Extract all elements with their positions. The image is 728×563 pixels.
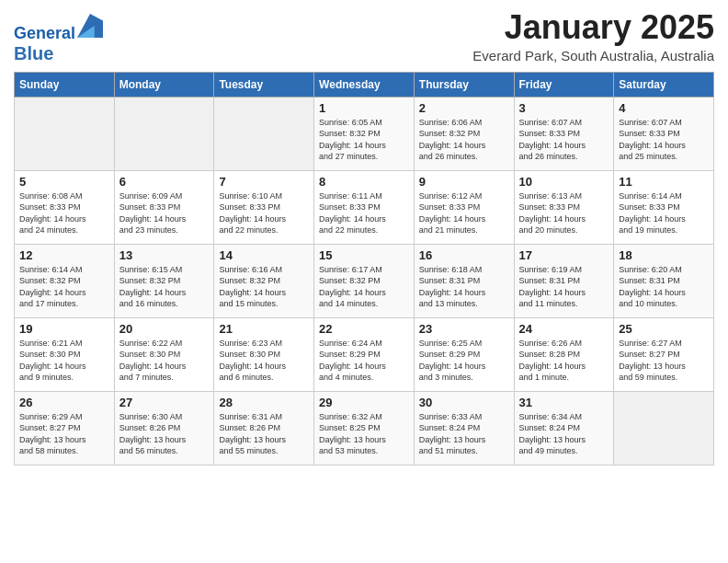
day-number: 18 (619, 248, 709, 262)
day-cell: 17Sunrise: 6:19 AM Sunset: 8:31 PM Dayli… (514, 244, 614, 317)
day-cell: 12Sunrise: 6:14 AM Sunset: 8:32 PM Dayli… (15, 244, 115, 317)
day-cell: 25Sunrise: 6:27 AM Sunset: 8:27 PM Dayli… (614, 317, 714, 391)
page-header: General Blue January 2025 Everard Park, … (14, 9, 714, 64)
week-row-1: 1Sunrise: 6:05 AM Sunset: 8:32 PM Daylig… (15, 97, 714, 170)
day-info: Sunrise: 6:10 AM Sunset: 8:33 PM Dayligh… (219, 190, 309, 236)
week-row-2: 5Sunrise: 6:08 AM Sunset: 8:33 PM Daylig… (15, 170, 714, 244)
day-cell: 5Sunrise: 6:08 AM Sunset: 8:33 PM Daylig… (15, 170, 115, 244)
header-saturday: Saturday (614, 72, 714, 97)
day-cell: 10Sunrise: 6:13 AM Sunset: 8:33 PM Dayli… (514, 170, 614, 244)
day-info: Sunrise: 6:34 AM Sunset: 8:24 PM Dayligh… (519, 411, 609, 457)
logo-icon (77, 13, 103, 39)
day-cell: 16Sunrise: 6:18 AM Sunset: 8:31 PM Dayli… (414, 244, 514, 317)
day-cell: 6Sunrise: 6:09 AM Sunset: 8:33 PM Daylig… (114, 170, 214, 244)
day-number: 16 (419, 248, 509, 262)
day-cell: 4Sunrise: 6:07 AM Sunset: 8:33 PM Daylig… (614, 97, 714, 170)
day-info: Sunrise: 6:07 AM Sunset: 8:33 PM Dayligh… (619, 117, 709, 163)
day-number: 11 (619, 175, 709, 189)
day-cell (214, 97, 314, 170)
day-cell: 20Sunrise: 6:22 AM Sunset: 8:30 PM Dayli… (114, 317, 214, 391)
day-info: Sunrise: 6:12 AM Sunset: 8:33 PM Dayligh… (419, 190, 509, 236)
day-number: 13 (119, 248, 210, 262)
day-cell: 14Sunrise: 6:16 AM Sunset: 8:32 PM Dayli… (214, 244, 314, 317)
day-info: Sunrise: 6:08 AM Sunset: 8:33 PM Dayligh… (19, 190, 109, 236)
day-cell: 24Sunrise: 6:26 AM Sunset: 8:28 PM Dayli… (514, 317, 614, 391)
day-cell: 3Sunrise: 6:07 AM Sunset: 8:33 PM Daylig… (514, 97, 614, 170)
day-info: Sunrise: 6:07 AM Sunset: 8:33 PM Dayligh… (519, 117, 609, 163)
day-info: Sunrise: 6:22 AM Sunset: 8:30 PM Dayligh… (119, 338, 210, 384)
day-number: 6 (119, 175, 210, 189)
day-number: 15 (319, 248, 409, 262)
day-number: 24 (519, 322, 609, 336)
day-cell: 9Sunrise: 6:12 AM Sunset: 8:33 PM Daylig… (414, 170, 514, 244)
day-cell: 1Sunrise: 6:05 AM Sunset: 8:32 PM Daylig… (314, 97, 415, 170)
logo-general: General (14, 24, 75, 42)
day-cell: 31Sunrise: 6:34 AM Sunset: 8:24 PM Dayli… (514, 391, 614, 465)
logo-blue: Blue (14, 43, 53, 63)
day-cell (15, 97, 115, 170)
day-number: 19 (19, 322, 109, 336)
day-info: Sunrise: 6:29 AM Sunset: 8:27 PM Dayligh… (19, 411, 109, 457)
day-info: Sunrise: 6:05 AM Sunset: 8:32 PM Dayligh… (319, 117, 409, 163)
day-cell: 23Sunrise: 6:25 AM Sunset: 8:29 PM Dayli… (414, 317, 514, 391)
location-title: Everard Park, South Australia, Australia (472, 48, 714, 63)
day-info: Sunrise: 6:14 AM Sunset: 8:32 PM Dayligh… (19, 264, 109, 310)
week-row-4: 19Sunrise: 6:21 AM Sunset: 8:30 PM Dayli… (15, 317, 714, 391)
day-number: 4 (619, 101, 709, 115)
day-cell: 18Sunrise: 6:20 AM Sunset: 8:31 PM Dayli… (614, 244, 714, 317)
header-tuesday: Tuesday (214, 72, 314, 97)
day-cell: 22Sunrise: 6:24 AM Sunset: 8:29 PM Dayli… (314, 317, 415, 391)
month-title: January 2025 (472, 9, 714, 46)
day-number: 17 (519, 248, 609, 262)
day-number: 21 (219, 322, 309, 336)
logo: General Blue (14, 13, 103, 64)
day-cell: 21Sunrise: 6:23 AM Sunset: 8:30 PM Dayli… (214, 317, 314, 391)
day-info: Sunrise: 6:15 AM Sunset: 8:32 PM Dayligh… (119, 264, 210, 310)
header-row: SundayMondayTuesdayWednesdayThursdayFrid… (15, 72, 714, 97)
day-number: 30 (419, 396, 509, 409)
day-cell: 29Sunrise: 6:32 AM Sunset: 8:25 PM Dayli… (314, 391, 415, 465)
day-cell: 8Sunrise: 6:11 AM Sunset: 8:33 PM Daylig… (314, 170, 415, 244)
day-number: 20 (119, 322, 210, 336)
day-number: 26 (19, 396, 109, 409)
day-number: 8 (319, 175, 409, 189)
day-info: Sunrise: 6:30 AM Sunset: 8:26 PM Dayligh… (119, 411, 210, 457)
day-info: Sunrise: 6:06 AM Sunset: 8:32 PM Dayligh… (419, 117, 509, 163)
day-number: 14 (219, 248, 309, 262)
day-cell: 11Sunrise: 6:14 AM Sunset: 8:33 PM Dayli… (614, 170, 714, 244)
day-info: Sunrise: 6:26 AM Sunset: 8:28 PM Dayligh… (519, 338, 609, 384)
day-info: Sunrise: 6:32 AM Sunset: 8:25 PM Dayligh… (319, 411, 409, 457)
day-cell (614, 391, 714, 465)
header-monday: Monday (114, 72, 214, 97)
day-number: 3 (519, 101, 609, 115)
day-info: Sunrise: 6:18 AM Sunset: 8:31 PM Dayligh… (419, 264, 509, 310)
header-wednesday: Wednesday (314, 72, 415, 97)
day-cell: 2Sunrise: 6:06 AM Sunset: 8:32 PM Daylig… (414, 97, 514, 170)
day-info: Sunrise: 6:17 AM Sunset: 8:32 PM Dayligh… (319, 264, 409, 310)
day-info: Sunrise: 6:25 AM Sunset: 8:29 PM Dayligh… (419, 338, 509, 384)
day-number: 27 (119, 396, 210, 409)
day-info: Sunrise: 6:14 AM Sunset: 8:33 PM Dayligh… (619, 190, 709, 236)
day-info: Sunrise: 6:33 AM Sunset: 8:24 PM Dayligh… (419, 411, 509, 457)
day-info: Sunrise: 6:16 AM Sunset: 8:32 PM Dayligh… (219, 264, 309, 310)
day-number: 22 (319, 322, 409, 336)
day-info: Sunrise: 6:13 AM Sunset: 8:33 PM Dayligh… (519, 190, 609, 236)
day-number: 7 (219, 175, 309, 189)
day-number: 5 (19, 175, 109, 189)
day-cell: 30Sunrise: 6:33 AM Sunset: 8:24 PM Dayli… (414, 391, 514, 465)
day-cell: 13Sunrise: 6:15 AM Sunset: 8:32 PM Dayli… (114, 244, 214, 317)
day-cell: 19Sunrise: 6:21 AM Sunset: 8:30 PM Dayli… (15, 317, 115, 391)
header-sunday: Sunday (15, 72, 115, 97)
day-number: 23 (419, 322, 509, 336)
week-row-5: 26Sunrise: 6:29 AM Sunset: 8:27 PM Dayli… (15, 391, 714, 465)
day-number: 28 (219, 396, 309, 409)
calendar-table: SundayMondayTuesdayWednesdayThursdayFrid… (14, 72, 714, 465)
day-cell: 27Sunrise: 6:30 AM Sunset: 8:26 PM Dayli… (114, 391, 214, 465)
day-number: 31 (519, 396, 609, 409)
day-info: Sunrise: 6:09 AM Sunset: 8:33 PM Dayligh… (119, 190, 210, 236)
day-number: 12 (19, 248, 109, 262)
day-info: Sunrise: 6:24 AM Sunset: 8:29 PM Dayligh… (319, 338, 409, 384)
day-info: Sunrise: 6:21 AM Sunset: 8:30 PM Dayligh… (19, 338, 109, 384)
day-info: Sunrise: 6:27 AM Sunset: 8:27 PM Dayligh… (619, 338, 709, 384)
day-number: 1 (319, 101, 409, 115)
